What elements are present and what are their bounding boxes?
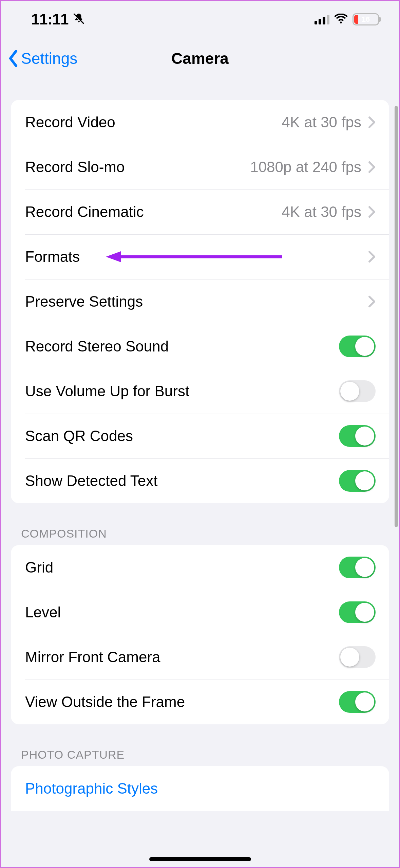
row-preserve-settings[interactable]: Preserve Settings [11,279,389,324]
page-title: Camera [171,49,229,68]
toggle-show-detected-text[interactable] [339,470,376,492]
row-volume-up-burst: Use Volume Up for Burst [11,369,389,414]
row-record-video[interactable]: Record Video 4K at 30 fps [11,100,389,145]
row-value: 4K at 30 fps [282,203,361,220]
row-record-stereo-sound: Record Stereo Sound [11,324,389,369]
row-record-cinematic[interactable]: Record Cinematic 4K at 30 fps [11,189,389,234]
home-indicator[interactable] [149,857,251,861]
row-label: Mirror Front Camera [25,649,339,666]
row-label: Record Slo-mo [25,159,250,176]
row-level: Level [11,590,389,635]
row-photographic-styles[interactable]: Photographic Styles [11,766,389,811]
row-label: Preserve Settings [25,293,368,310]
row-value: 4K at 30 fps [282,114,361,131]
chevron-right-icon [368,206,376,218]
chevron-right-icon [368,295,376,308]
chevron-right-icon [368,116,376,128]
row-show-detected-text: Show Detected Text [11,458,389,503]
toggle-view-outside-frame[interactable] [339,691,376,713]
row-label: View Outside the Frame [25,693,339,710]
cellular-icon [315,14,329,24]
status-bar: 11:11 16 [1,1,399,38]
settings-group-photo-capture: Photographic Styles [11,766,389,811]
row-mirror-front-camera: Mirror Front Camera [11,635,389,680]
toggle-grid[interactable] [339,557,376,578]
status-right: 16 [315,13,379,25]
toggle-level[interactable] [339,601,376,623]
chevron-left-icon [7,50,19,67]
bell-slash-icon [73,13,85,26]
settings-group-main: Record Video 4K at 30 fps Record Slo-mo … [11,100,389,503]
wifi-icon [334,14,348,25]
row-label: Record Stereo Sound [25,338,339,355]
row-label: Level [25,604,339,621]
row-value: 1080p at 240 fps [250,159,361,176]
back-label: Settings [21,49,77,68]
status-time: 11:11 [31,11,69,28]
nav-header: Settings Camera [1,38,399,79]
row-label: Photographic Styles [25,780,376,797]
battery-icon: 16 [353,13,379,25]
row-label: Scan QR Codes [25,428,339,445]
toggle-volume-up-burst[interactable] [339,380,376,402]
row-formats[interactable]: Formats [11,234,389,279]
settings-group-composition: Grid Level Mirror Front Camera View Outs… [11,545,389,724]
toggle-mirror-front-camera[interactable] [339,646,376,668]
group-header-photo-capture: PHOTO CAPTURE [21,748,379,761]
row-scan-qr-codes: Scan QR Codes [11,414,389,458]
chevron-right-icon [368,161,376,173]
status-left: 11:11 [31,11,85,28]
row-view-outside-frame: View Outside the Frame [11,680,389,724]
row-label: Grid [25,559,339,576]
row-grid: Grid [11,545,389,590]
toggle-scan-qr-codes[interactable] [339,425,376,447]
row-label: Record Video [25,114,282,131]
battery-percent: 16 [354,15,378,24]
row-label: Record Cinematic [25,203,282,220]
back-button[interactable]: Settings [7,49,77,68]
group-header-composition: COMPOSITION [21,527,379,540]
toggle-record-stereo-sound[interactable] [339,336,376,357]
row-record-slomo[interactable]: Record Slo-mo 1080p at 240 fps [11,145,389,189]
row-label: Use Volume Up for Burst [25,383,339,400]
chevron-right-icon [368,251,376,263]
row-label: Formats [25,248,368,265]
row-label: Show Detected Text [25,472,339,489]
scroll-indicator[interactable] [395,106,398,527]
